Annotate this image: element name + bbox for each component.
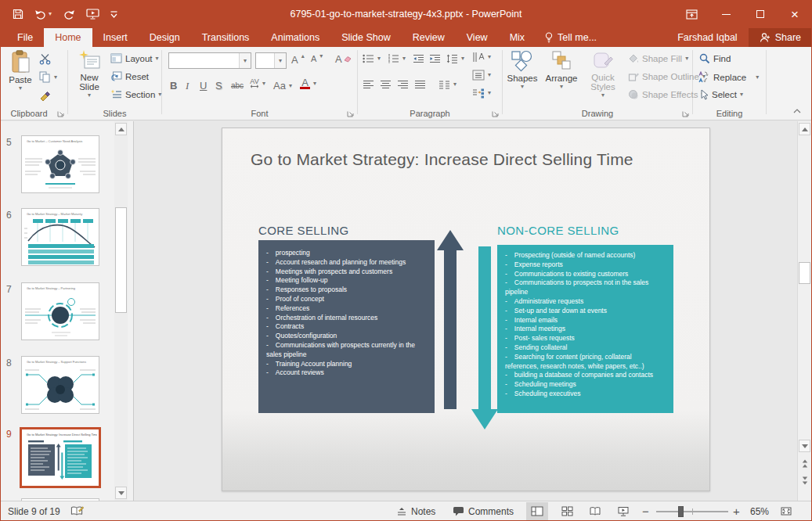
tab-home[interactable]: Home	[44, 28, 92, 47]
core-selling-box[interactable]: -prospecting-Account research and planni…	[258, 240, 435, 413]
cut-button[interactable]	[39, 53, 51, 65]
format-painter-button[interactable]	[39, 89, 51, 101]
start-from-beginning-button[interactable]	[86, 9, 99, 20]
redo-button[interactable]	[63, 9, 75, 20]
slide-sorter-view-button[interactable]	[556, 502, 578, 520]
slide-show-view-button[interactable]	[612, 502, 634, 520]
tab-review[interactable]: Review	[402, 28, 456, 47]
tab-transitions[interactable]: Transitions	[191, 28, 261, 47]
align-text-button[interactable]: ▾	[472, 70, 491, 81]
new-slide-button[interactable]: New Slide ▾	[71, 50, 107, 98]
non-core-selling-heading[interactable]: NON-CORE SELLING	[497, 224, 619, 237]
comments-toggle-button[interactable]: Comments	[453, 501, 514, 521]
increase-indent-button[interactable]	[429, 54, 441, 63]
decrease-indent-button[interactable]	[413, 54, 424, 63]
shrink-font-button[interactable]: A▾	[311, 54, 323, 63]
zoom-slider[interactable]	[656, 511, 728, 512]
previous-slide-button[interactable]	[799, 457, 810, 469]
scroll-down-button[interactable]	[799, 440, 810, 452]
ribbon-display-options-button[interactable]	[674, 0, 709, 28]
main-scrollbar[interactable]	[797, 121, 812, 501]
up-arrow-shape[interactable]	[437, 230, 464, 409]
text-shadow-button[interactable]: S	[215, 80, 222, 92]
main-scrollbar-thumb[interactable]	[799, 262, 810, 284]
shapes-button[interactable]: Shapes ▾	[504, 50, 540, 89]
non-core-selling-box[interactable]: -Prospecting (outside of named accounts)…	[497, 245, 673, 413]
tab-insert[interactable]: Insert	[92, 28, 139, 47]
shape-fill-button[interactable]: Shape Fill ▾	[628, 53, 688, 63]
thumbnail-scroll-down-button[interactable]	[115, 487, 127, 499]
line-spacing-button[interactable]: ▾	[446, 54, 464, 63]
zoom-in-button[interactable]: +	[733, 501, 740, 521]
font-size-combo[interactable]: ▾	[255, 52, 287, 69]
convert-to-smartart-button[interactable]: ▾	[472, 88, 491, 99]
font-size-input[interactable]	[256, 53, 274, 68]
slide-thumbnail-7[interactable]: Go to Market Strategy – Partnering	[21, 282, 99, 340]
tab-design[interactable]: Design	[139, 28, 191, 47]
bold-button[interactable]: B	[170, 80, 177, 92]
thumbnail-scrollbar-thumb[interactable]	[115, 207, 127, 313]
arrange-button[interactable]: Arrange ▾	[542, 50, 581, 89]
slide-thumbnail-5[interactable]: Go to Market – Customer Need Analysis	[21, 135, 99, 193]
underline-button[interactable]: U	[200, 80, 207, 92]
tab-slide-show[interactable]: Slide Show	[330, 28, 402, 47]
slide-canvas[interactable]: Go to Market Strategy: Increase Direct S…	[222, 128, 710, 491]
thumbnail-scrollbar[interactable]	[114, 121, 128, 501]
layout-button[interactable]: Layout ▾	[110, 53, 159, 63]
down-arrow-shape[interactable]	[471, 246, 498, 429]
slide-thumbnail-6[interactable]: Go to Market Strategy – Market Maturity	[21, 208, 99, 266]
numbering-button[interactable]: ▾	[388, 54, 406, 63]
zoom-slider-thumb[interactable]	[678, 506, 684, 517]
text-direction-button[interactable]: ▾	[472, 52, 491, 63]
slide-thumbnail-9-selected[interactable]: Go to Market Strategy: Increase Direct S…	[20, 427, 101, 488]
grow-font-button[interactable]: A▴	[291, 54, 305, 66]
change-case-button[interactable]: Aa▾	[273, 80, 292, 92]
fit-slide-to-window-button[interactable]	[775, 502, 797, 520]
zoom-out-button[interactable]: −	[642, 501, 649, 521]
save-button[interactable]	[13, 9, 23, 20]
font-dialog-launcher[interactable]	[347, 110, 355, 117]
zoom-level[interactable]: 65%	[750, 501, 769, 521]
copy-button[interactable]: ▾	[39, 71, 57, 83]
tell-me-box[interactable]: Tell me...	[536, 28, 606, 47]
slide-thumbnail-8[interactable]: Go to Market Strategy – Support Function…	[21, 356, 99, 414]
minimize-button[interactable]	[709, 0, 743, 28]
align-left-button[interactable]	[363, 80, 374, 89]
collapse-ribbon-button[interactable]	[793, 109, 801, 113]
section-button[interactable]: Section ▾	[110, 89, 161, 99]
undo-button[interactable]: ▾	[34, 9, 52, 20]
close-button[interactable]: ×	[778, 0, 812, 28]
reading-view-button[interactable]	[584, 502, 606, 520]
clear-formatting-button[interactable]: A	[335, 53, 352, 65]
align-center-button[interactable]	[380, 80, 392, 89]
font-name-input[interactable]	[169, 53, 239, 68]
thumbnail-scroll-up-button[interactable]	[115, 123, 127, 135]
user-name[interactable]: Farshad Iqbal	[666, 28, 748, 47]
quick-styles-button[interactable]: Quick Styles ▾	[583, 50, 623, 98]
justify-button[interactable]	[414, 80, 426, 89]
strikethrough-button[interactable]: abc	[231, 81, 244, 90]
find-button[interactable]: Find	[699, 53, 731, 64]
maximize-button[interactable]	[743, 0, 778, 28]
share-button[interactable]: Share	[749, 28, 812, 47]
character-spacing-button[interactable]: AV ▾	[250, 78, 265, 88]
font-name-combo[interactable]: ▾	[168, 52, 251, 69]
columns-button[interactable]: ▾	[438, 80, 457, 89]
font-size-dropdown[interactable]: ▾	[274, 53, 286, 68]
clipboard-dialog-launcher[interactable]	[57, 110, 65, 117]
slide-indicator[interactable]: Slide 9 of 19	[8, 501, 60, 521]
core-selling-heading[interactable]: CORE SELLING	[258, 224, 349, 237]
notes-toggle-button[interactable]: Notes	[396, 501, 435, 521]
slide-title-text[interactable]: Go to Market Strategy: Increase Direct S…	[251, 150, 633, 169]
next-slide-button[interactable]	[799, 474, 810, 487]
reset-button[interactable]: Reset	[110, 71, 149, 81]
tab-view[interactable]: View	[456, 28, 499, 47]
select-button[interactable]: Select ▾	[699, 89, 743, 100]
font-color-button[interactable]: A ▾	[300, 78, 316, 89]
font-name-dropdown[interactable]: ▾	[239, 53, 251, 68]
drawing-dialog-launcher[interactable]	[682, 110, 690, 117]
replace-button[interactable]: Replace ▾	[698, 71, 759, 83]
paragraph-dialog-launcher[interactable]	[492, 110, 500, 117]
tab-animations[interactable]: Animations	[260, 28, 330, 47]
paste-button[interactable]: Paste ▾	[5, 50, 36, 91]
